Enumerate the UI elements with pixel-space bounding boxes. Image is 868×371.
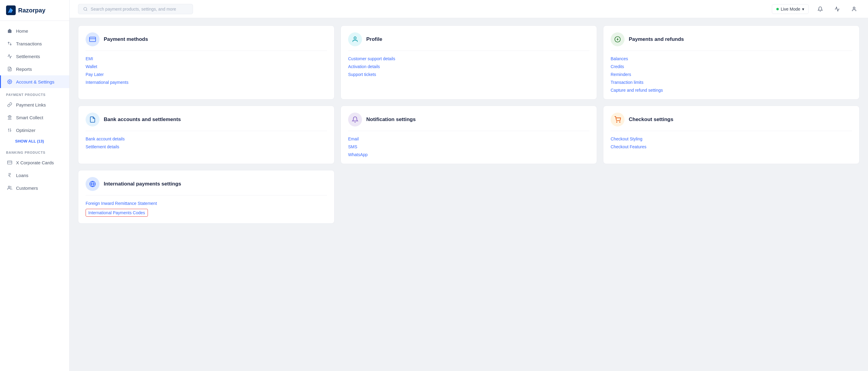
card-link[interactable]: Activation details (348, 64, 589, 69)
svg-marker-9 (8, 115, 11, 116)
header: Live Mode ▾ (69, 0, 868, 18)
card-links: Bank account detailsSettlement details (86, 137, 327, 149)
svg-point-20 (8, 186, 10, 188)
card-link[interactable]: Checkout Features (611, 144, 852, 149)
sidebar-item-label: Smart Collect (16, 115, 43, 120)
card-links: Foreign Inward Remittance StatementInter… (86, 201, 327, 217)
search-bar[interactable] (78, 4, 193, 14)
card-link[interactable]: International Payments Codes (86, 209, 148, 217)
show-all-button[interactable]: SHOW ALL (13) (0, 137, 69, 146)
card-link[interactable]: Credits (611, 64, 852, 69)
svg-point-30 (616, 122, 617, 122)
card-link[interactable]: Reminders (611, 72, 852, 77)
sidebar-item-label: X Corporate Cards (16, 160, 54, 165)
profile-button[interactable] (849, 4, 860, 15)
sidebar-item-label: Loans (16, 173, 28, 178)
card-header: Notification settings (348, 113, 589, 131)
card-link[interactable]: Balances (611, 56, 852, 61)
sidebar-item-reports[interactable]: Reports (0, 63, 69, 75)
card-link[interactable]: Checkout Styling (611, 137, 852, 141)
card-link[interactable]: Wallet (86, 64, 327, 69)
svg-point-26 (354, 37, 356, 39)
card-payments-refunds: Payments and refunds BalancesCreditsRemi… (603, 25, 860, 99)
card-link[interactable]: Bank account details (86, 137, 327, 141)
notifications-button[interactable] (815, 4, 826, 15)
razorpay-logo-icon (6, 5, 16, 15)
card-payment-methods: Payment methods EMIWalletPay LaterIntern… (78, 25, 335, 99)
svg-rect-24 (90, 37, 96, 42)
logo-text: Razorpay (18, 7, 45, 14)
card-link[interactable]: SMS (348, 144, 589, 149)
card-checkout: Checkout settings Checkout StylingChecko… (603, 106, 860, 164)
rupee-icon (7, 172, 12, 178)
sidebar-item-account-settings[interactable]: Account & Settings (0, 75, 69, 88)
live-dot (776, 8, 779, 10)
sidebar-item-loans[interactable]: Loans (0, 169, 69, 181)
svg-line-18 (8, 175, 10, 177)
card-link[interactable]: International payments (86, 80, 327, 85)
card-link[interactable]: Customer support details (348, 56, 589, 61)
user-icon (851, 6, 857, 12)
card-icon (7, 160, 12, 165)
card-header: Profile (348, 32, 589, 51)
sidebar-item-home[interactable]: Home (0, 25, 69, 37)
search-icon (83, 7, 88, 11)
card-link[interactable]: Transaction limits (611, 80, 852, 85)
card-notification: Notification settings EmailSMSWhatsApp (341, 106, 597, 164)
sidebar-item-label: Optimizer (16, 128, 35, 133)
reports-icon (7, 66, 12, 72)
sidebar-item-settlements[interactable]: Settlements (0, 50, 69, 63)
sidebar-item-customers[interactable]: Customers (0, 181, 69, 194)
card-title: Payment methods (104, 36, 148, 42)
svg-rect-14 (7, 161, 12, 164)
content-area: Payment methods EMIWalletPay LaterIntern… (69, 18, 868, 371)
card-icon (86, 113, 99, 126)
search-input[interactable] (91, 7, 188, 11)
sidebar-item-label: Reports (16, 66, 32, 72)
card-icon (348, 32, 362, 46)
svg-point-3 (9, 81, 10, 82)
link-icon (7, 102, 12, 108)
live-mode-button[interactable]: Live Mode ▾ (772, 4, 809, 14)
card-links: Customer support detailsActivation detai… (348, 56, 589, 77)
sidebar-item-smart-collect[interactable]: Smart Collect (0, 111, 69, 124)
card-header: International payments settings (86, 177, 327, 196)
svg-point-21 (84, 7, 87, 10)
card-link[interactable]: Foreign Inward Remittance Statement (86, 201, 327, 206)
card-links: BalancesCreditsRemindersTransaction limi… (611, 56, 852, 93)
card-link[interactable]: Pay Later (86, 72, 327, 77)
card-international-payments: International payments settings Foreign … (78, 170, 335, 224)
payment-products-section-label: PAYMENT PRODUCTS (0, 88, 69, 98)
svg-point-23 (853, 7, 855, 9)
card-header: Bank accounts and settlements (86, 113, 327, 131)
card-header: Checkout settings (611, 113, 852, 131)
card-links: Checkout StylingCheckout Features (611, 137, 852, 149)
main-content: Live Mode ▾ Payment methods EMIWalletPay (69, 0, 868, 371)
card-link[interactable]: Email (348, 137, 589, 141)
card-link[interactable]: Capture and refund settings (611, 88, 852, 93)
card-link[interactable]: EMI (86, 56, 327, 61)
card-link[interactable]: WhatsApp (348, 152, 589, 157)
card-header: Payments and refunds (611, 32, 852, 51)
activity-button[interactable] (832, 4, 843, 15)
sidebar-item-optimizer[interactable]: Optimizer (0, 124, 69, 137)
transactions-icon (7, 41, 12, 46)
card-icon (86, 32, 99, 46)
sidebar-item-corporate-cards[interactable]: X Corporate Cards (0, 156, 69, 169)
sidebar-item-payment-links[interactable]: Payment Links (0, 98, 69, 111)
header-right: Live Mode ▾ (772, 4, 860, 15)
card-link[interactable]: Settlement details (86, 144, 327, 149)
card-bank-accounts: Bank accounts and settlements Bank accou… (78, 106, 335, 164)
chevron-down-icon: ▾ (802, 7, 804, 11)
card-icon (611, 113, 624, 126)
home-icon (7, 28, 12, 34)
sidebar-item-transactions[interactable]: Transactions (0, 37, 69, 50)
card-title: Payments and refunds (629, 36, 684, 42)
sidebar-item-label: Payment Links (16, 102, 46, 108)
card-title: International payments settings (104, 181, 181, 187)
card-icon (348, 113, 362, 126)
card-header: Payment methods (86, 32, 327, 51)
card-icon (611, 32, 624, 46)
card-link[interactable]: Support tickets (348, 72, 589, 77)
sidebar-item-label: Customers (16, 186, 38, 191)
